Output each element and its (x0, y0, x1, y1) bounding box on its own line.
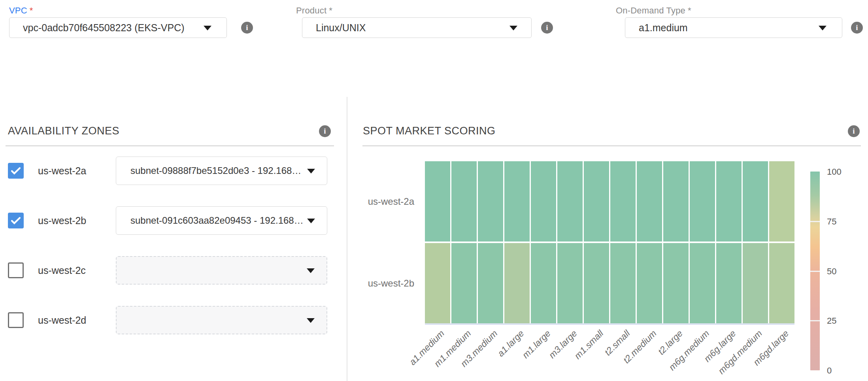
zone-label: us-west-2c (38, 265, 86, 276)
az-checkbox-us-west-2d[interactable] (8, 312, 24, 328)
heatmap-cell (716, 161, 742, 241)
colorbar-tick (810, 271, 820, 272)
heatmap-cell (637, 243, 662, 323)
heatmap-cell (557, 161, 583, 241)
availability-zones-info-icon[interactable]: i (319, 125, 331, 137)
heatmap-cell (584, 161, 609, 241)
chevron-down-icon (509, 26, 517, 30)
required-asterisk: * (30, 6, 33, 15)
heatmap-cell (663, 243, 689, 323)
subnet-select-value: subnet-09888f7be5152d0e3 - 192.168… (130, 165, 301, 176)
heatmap-row-label: us-west-2b (327, 278, 414, 289)
chevron-down-icon (307, 318, 315, 323)
az-row-us-west-2d: us-west-2d (0, 306, 347, 334)
spot-instance-config-page: VPC* vpc-0adcb70f645508223 (EKS-VPC) i P… (0, 0, 868, 381)
heatmap-cell (478, 243, 503, 323)
colorbar-tick (810, 320, 820, 321)
on-demand-type-label: On-Demand Type* (616, 6, 691, 16)
colorbar-tick-label: 100 (827, 167, 842, 177)
heatmap-cell (557, 243, 583, 323)
on-demand-type-label-text: On-Demand Type (616, 6, 685, 15)
colorbar-tick-label: 50 (827, 266, 836, 277)
heatmap-cell (743, 243, 768, 323)
zone-label: us-west-2a (38, 165, 86, 177)
heatmap-cell (504, 161, 530, 241)
check-icon (9, 164, 23, 177)
heatmap-cell (504, 243, 530, 323)
heatmap-cell (743, 161, 768, 241)
vpc-label-text: VPC (9, 6, 27, 15)
section-divider (347, 97, 347, 381)
heatmap-cell (690, 243, 715, 323)
chevron-down-icon (307, 219, 315, 223)
product-label: Product* (296, 6, 332, 16)
product-info-icon[interactable]: i (541, 22, 553, 34)
heatmap-cell (478, 161, 503, 241)
vpc-select-value: vpc-0adcb70f645508223 (EKS-VPC) (23, 22, 185, 34)
on-demand-type-select[interactable]: a1.medium (625, 17, 842, 38)
availability-zones-title: AVAILABILITY ZONES (8, 125, 119, 137)
az-checkbox-us-west-2a[interactable] (8, 163, 24, 179)
heatmap-cell (451, 161, 477, 241)
az-row-us-west-2b: us-west-2b subnet-091c603aa82e09453 - 19… (0, 206, 347, 235)
chevron-down-icon (307, 169, 315, 174)
availability-zones-divider (6, 145, 334, 146)
heatmap-cell (610, 161, 636, 241)
spot-market-scoring-divider (362, 145, 861, 146)
subnet-select-us-west-2b[interactable]: subnet-091c603aa82e09453 - 192.168… (116, 206, 327, 235)
chevron-down-icon (307, 268, 315, 273)
product-label-text: Product (296, 6, 326, 15)
heatmap-axis-line (425, 323, 794, 325)
colorbar-tick-label: 25 (827, 316, 836, 326)
colorbar-tick-label: 75 (827, 217, 836, 227)
required-asterisk: * (329, 6, 332, 15)
chevron-down-icon (204, 26, 211, 30)
vpc-info-icon[interactable]: i (241, 22, 253, 34)
az-checkbox-us-west-2b[interactable] (8, 213, 24, 228)
required-asterisk: * (688, 6, 691, 15)
heatmap-cell (584, 243, 609, 323)
az-row-us-west-2a: us-west-2a subnet-09888f7be5152d0e3 - 19… (0, 157, 347, 185)
vpc-label: VPC* (9, 6, 33, 16)
subnet-select-value: subnet-091c603aa82e09453 - 192.168… (130, 215, 304, 226)
heatmap-row-label: us-west-2a (327, 196, 414, 207)
zone-label: us-west-2d (38, 315, 86, 326)
subnet-select-us-west-2a[interactable]: subnet-09888f7be5152d0e3 - 192.168… (116, 157, 327, 185)
zone-label: us-west-2b (38, 215, 86, 226)
spot-market-scoring-info-icon[interactable]: i (848, 125, 860, 137)
product-select-value: Linux/UNIX (316, 22, 366, 34)
az-row-us-west-2c: us-west-2c (0, 256, 347, 285)
vpc-select[interactable]: vpc-0adcb70f645508223 (EKS-VPC) (9, 17, 227, 38)
heatmap-cell (663, 161, 689, 241)
subnet-select-us-west-2d[interactable] (116, 306, 327, 334)
heatmap-cell (531, 243, 556, 323)
heatmap-cell (637, 161, 662, 241)
heatmap-cell (425, 243, 450, 323)
heatmap-cell (531, 161, 556, 241)
heatmap-cell (690, 161, 715, 241)
spot-market-scoring-title: SPOT MARKET SCORING (363, 125, 496, 137)
chevron-down-icon (819, 26, 826, 30)
colorbar-tick-label: 0 (827, 366, 832, 376)
colorbar-tick (810, 221, 820, 222)
check-icon (9, 214, 23, 227)
heatmap-cell (769, 243, 794, 323)
heatmap-cell (451, 243, 477, 323)
on-demand-type-select-value: a1.medium (639, 22, 688, 34)
on-demand-type-info-icon[interactable]: i (851, 22, 863, 34)
product-select[interactable]: Linux/UNIX (302, 17, 532, 38)
heatmap-cell (610, 243, 636, 323)
subnet-select-us-west-2c[interactable] (116, 256, 327, 285)
heatmap-cell (425, 161, 450, 241)
heatmap-cell (716, 243, 742, 323)
az-checkbox-us-west-2c[interactable] (8, 262, 24, 278)
heatmap-cell (769, 161, 794, 241)
